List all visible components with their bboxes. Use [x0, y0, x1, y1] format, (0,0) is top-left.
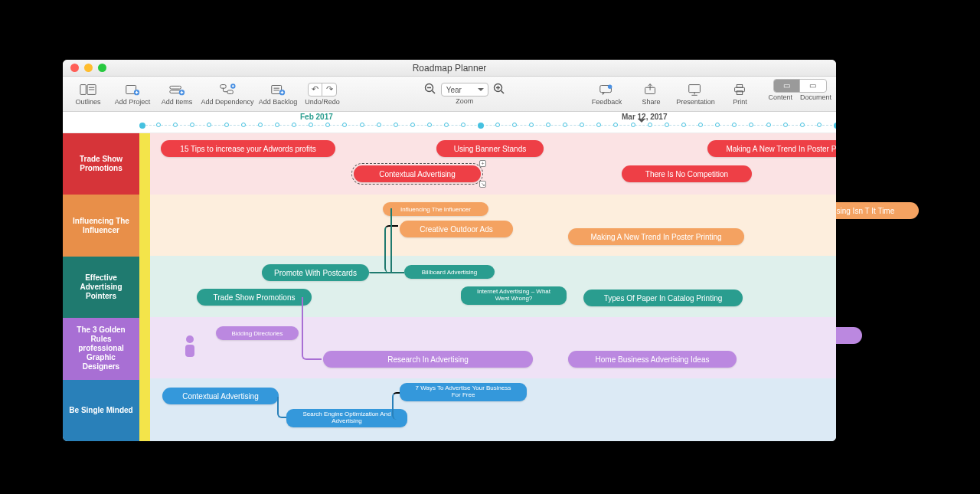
add-project-label: Add Project [115, 98, 151, 106]
lane-label-2[interactable]: Influencing The Influencer [63, 195, 139, 256]
svg-rect-34 [689, 84, 701, 92]
window-title: Roadmap Planner [63, 63, 836, 74]
view-mode-segment: ▭ ▭ Content Document [768, 79, 831, 110]
lane-label-3[interactable]: Effective Advertising Pointers [63, 257, 139, 318]
feedback-icon [598, 83, 615, 97]
zoom-out-icon[interactable] [424, 83, 436, 97]
document-label: Document [800, 93, 831, 101]
card-r4c[interactable]: Contextual Advertising [836, 327, 862, 344]
share-icon [642, 83, 659, 97]
timeline-ticks[interactable] [142, 123, 836, 132]
person-icon [185, 335, 194, 357]
lane-label-4[interactable]: The 3 Golden Rules professional Graphic … [63, 318, 139, 379]
zoom-in-icon[interactable] [493, 83, 505, 97]
svg-point-32 [608, 84, 612, 89]
outlines-button[interactable]: Outlines [67, 79, 109, 110]
share-button[interactable]: Share [630, 79, 671, 110]
roadmap-canvas[interactable]: 15 Tips to increase your Adwords profits… [139, 133, 836, 441]
add-backlog-label: Add Backlog [259, 98, 298, 106]
card-r3c[interactable]: Trade Show Promotions [197, 289, 312, 306]
undo-icon[interactable]: ↶ [309, 83, 322, 96]
print-icon [731, 83, 748, 97]
add-project-icon [124, 83, 141, 97]
lane-label-5[interactable]: Be Single Minded [63, 380, 139, 441]
add-project-button[interactable]: Add Project [112, 79, 153, 110]
card-r5a[interactable]: Contextual Advertising [162, 388, 279, 404]
svg-rect-38 [737, 84, 743, 87]
add-items-label: Add Items [162, 98, 193, 106]
card-r3a[interactable]: Promote With Postcards [262, 264, 369, 281]
svg-rect-13 [220, 84, 226, 88]
card-r4b[interactable]: Research In Advertising [323, 351, 533, 368]
add-items-icon [168, 83, 185, 97]
zoom-control: Year Zoom [424, 83, 505, 105]
zoom-label: Zoom [456, 97, 473, 105]
card-r1e[interactable]: There Is No Competition [622, 165, 752, 182]
add-dependency-label: Add Dependency [201, 98, 253, 106]
undo-redo-button[interactable]: ↶ ↷ Undo/Redo [302, 79, 343, 110]
add-dependency-icon [219, 83, 236, 97]
card-r1c[interactable]: Making A New Trend In Poster Printing [707, 140, 836, 157]
undo-redo-segmented[interactable]: ↶ ↷ [308, 83, 337, 97]
feedback-button[interactable]: Feedback [586, 79, 627, 110]
content-label: Content [768, 93, 792, 101]
card-r1d[interactable]: Contextual Advertising + ↘ [354, 165, 481, 182]
svg-line-28 [501, 91, 504, 94]
content-tab[interactable]: ▭ [774, 80, 800, 92]
card-r3d[interactable]: Internet Advertising – What Went Wrong? [461, 286, 567, 305]
card-r3e[interactable]: Types Of Paper In Catalog Printing [583, 290, 743, 306]
titlebar: Roadmap Planner [63, 60, 836, 77]
add-dependency-button[interactable]: Add Dependency [201, 79, 254, 110]
zoom-value: Year [446, 86, 462, 94]
card-r1b[interactable]: Using Banner Stands [436, 140, 544, 157]
zoom-select[interactable]: Year [441, 83, 488, 97]
presentation-icon [687, 83, 704, 97]
add-backlog-icon [270, 83, 286, 97]
svg-rect-14 [227, 90, 233, 93]
card-r1a[interactable]: 15 Tips to increase your Adwords profits [161, 140, 335, 157]
card-r2c[interactable]: Truck Side Advertising Isn T It Time [836, 202, 919, 219]
resize-handle-icon[interactable]: ↘ [479, 181, 486, 188]
timeline-header: Feb 2017 Mar 12, 2017 [63, 112, 836, 133]
redo-icon[interactable]: ↷ [322, 83, 336, 96]
card-r3b[interactable]: Billboard Advertising [404, 265, 495, 279]
document-tab[interactable]: ▭ [800, 80, 826, 92]
svg-rect-0 [80, 84, 86, 94]
card-r4d[interactable]: Home Business Advertising Ideas [568, 351, 737, 368]
card-r5b[interactable]: Search Engine Optimization And Advertisi… [286, 409, 407, 427]
presentation-button[interactable]: Presentation [675, 79, 716, 110]
resize-handle-icon[interactable]: + [479, 160, 486, 167]
undo-redo-label: Undo/Redo [305, 98, 340, 106]
svg-line-25 [432, 91, 435, 94]
app-window: Roadmap Planner Outlines Add Project Ad [63, 60, 836, 441]
feedback-label: Feedback [592, 98, 622, 106]
card-r5c[interactable]: 7 Ways To Advertise Your Business For Fr… [400, 383, 527, 401]
lane-labels: Trade Show Promotions Influencing The In… [63, 133, 139, 441]
outlines-icon [80, 83, 96, 97]
outlines-label: Outlines [75, 98, 100, 106]
timeline-month-label: Feb 2017 [300, 113, 333, 121]
print-label: Print [733, 98, 747, 106]
card-r2d[interactable]: Making A New Trend In Poster Printing [568, 228, 744, 245]
share-label: Share [642, 98, 660, 106]
lane-label-1[interactable]: Trade Show Promotions [63, 133, 139, 195]
add-backlog-button[interactable]: Add Backlog [257, 79, 299, 110]
card-r2a[interactable]: Influencing The Influencer [383, 202, 488, 216]
card-r4a[interactable]: Bidding Directories [216, 326, 299, 340]
add-items-button[interactable]: Add Items [156, 79, 198, 110]
print-button[interactable]: Print [719, 79, 760, 110]
card-r2b[interactable]: Creative Outdoor Ads [400, 221, 513, 237]
presentation-label: Presentation [676, 98, 715, 106]
svg-rect-8 [170, 86, 181, 89]
toolbar: Outlines Add Project Add Items Add Depen… [63, 77, 836, 112]
